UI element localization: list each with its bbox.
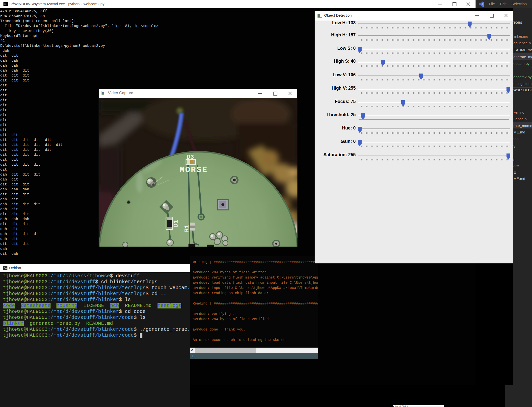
svg-text:D1: D1 (173, 220, 179, 227)
svg-text:MORSE: MORSE (180, 165, 208, 175)
svg-text:R1: R1 (184, 225, 190, 232)
